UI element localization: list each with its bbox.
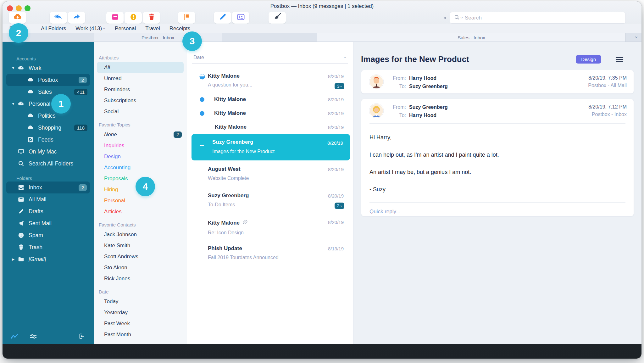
date-past-month[interactable]: Past Month [94, 329, 187, 340]
filter-unread[interactable]: Unread [94, 73, 187, 84]
message-body: Hi Harry, I can help out, as I'm an arti… [361, 134, 634, 193]
compose-button[interactable] [214, 12, 231, 24]
message-row[interactable]: Kitty Malone 8/20/19 [187, 120, 353, 134]
hamburger-menu-icon[interactable] [616, 57, 623, 62]
reply-arrow-icon: ← [198, 141, 205, 148]
sidebar-item-politics[interactable]: Politics [3, 110, 94, 122]
delete-button[interactable] [143, 12, 160, 24]
date-today[interactable]: Today [94, 296, 187, 307]
tag-button[interactable] [178, 12, 195, 24]
disclosure-triangle-icon[interactable]: ▶ [9, 257, 17, 261]
collapse-sidebar-icon[interactable] [79, 333, 86, 341]
topic-none[interactable]: None2 [94, 129, 187, 140]
date-past-week[interactable]: Past Week [94, 318, 187, 329]
sidebar-item-feeds[interactable]: Feeds [3, 134, 94, 146]
contacts-button[interactable] [232, 12, 249, 24]
sidebar-item-search-all-folders[interactable]: Search All Folders [3, 158, 94, 170]
message-row[interactable]: Kitty Malone A question for you... 8/20/… [187, 70, 353, 92]
topic-inquiries[interactable]: Inquiries [94, 140, 187, 151]
sidebar-item-sales[interactable]: Sales 411 [3, 86, 94, 98]
tab-postbox-inbox[interactable]: Postbox - Inbox [94, 33, 222, 42]
spam-button[interactable] [125, 12, 142, 24]
disclosure-triangle-icon[interactable]: ▼ [9, 66, 17, 70]
folder-tab-all-folders[interactable]: All Folders [41, 25, 66, 32]
message-row[interactable]: August West Website Complete 8/20/19 [187, 160, 353, 187]
activity-icon[interactable] [11, 333, 18, 341]
message-date: 8/20/19 [328, 111, 344, 116]
quick-reply-field[interactable]: Quick reply... [361, 203, 634, 215]
topic-personal[interactable]: Personal [94, 195, 187, 206]
cleanup-button[interactable] [269, 12, 286, 24]
message-row[interactable]: Kitty Malone 8/20/19 [187, 92, 353, 106]
sidebar-item-spam[interactable]: Spam [3, 229, 94, 241]
sidebar-item-gmail[interactable]: ▶ [Gmail] [3, 253, 94, 265]
tab-overflow-chevron-icon[interactable]: › [634, 36, 639, 38]
search-status-dot [444, 17, 446, 19]
contact-sto-akron[interactable]: Sto Akron [94, 262, 187, 273]
sidebar-item-personal[interactable]: ▼ Personal [3, 98, 94, 110]
search-input[interactable] [464, 14, 622, 21]
topic-design[interactable]: Design [94, 151, 187, 162]
annotation-4: 4 [136, 177, 155, 196]
sidebar-item-postbox[interactable]: Postbox 2 [6, 74, 90, 86]
message-list: Date › Kitty Malone A question for you..… [187, 42, 353, 344]
cloud-icon [26, 124, 35, 131]
sidebar-item-inbox[interactable]: Inbox 2 [6, 182, 90, 193]
topic-accounting[interactable]: Accounting [94, 162, 187, 173]
sort-header[interactable]: Date › [187, 53, 353, 62]
filter-all[interactable]: All [97, 62, 184, 73]
recipient-name[interactable]: Harry Hood [409, 112, 436, 119]
search-scope-chevron-icon[interactable]: › [460, 17, 464, 19]
chevron-right-icon: › [341, 204, 342, 208]
thread-count-badge[interactable]: 2› [335, 203, 344, 209]
contact-rick-jones[interactable]: Rick Jones [94, 273, 187, 284]
search-icon [454, 14, 460, 22]
disclosure-triangle-icon[interactable]: ▼ [9, 102, 17, 106]
folder-tab-bar: All Folders Work (413)› Personal Travel … [3, 24, 641, 33]
sender-name[interactable]: Harry Hood [409, 75, 436, 81]
search-field[interactable]: › [450, 12, 626, 24]
contact-jack-johnson[interactable]: Jack Johnson [94, 229, 187, 240]
filter-subscriptions[interactable]: Subscriptions [94, 95, 187, 106]
contact-kate-smith[interactable]: Kate Smith [94, 240, 187, 251]
message-row[interactable]: Kitty Malone 8/20/19 [187, 106, 353, 120]
message-row[interactable]: Kitty Malone Re: Icon Design 8/20/19 [187, 213, 353, 240]
sidebar-item-on-my-mac[interactable]: On My Mac [3, 146, 94, 158]
folder-tab-travel[interactable]: Travel [145, 25, 160, 32]
archive-button[interactable] [106, 12, 124, 24]
get-mail-button[interactable] [9, 12, 26, 24]
archive-icon [111, 13, 119, 22]
date-yesterday[interactable]: Yesterday [94, 307, 187, 318]
topic-articles[interactable]: Articles [94, 206, 187, 217]
filter-social[interactable]: Social [94, 106, 187, 117]
sidebar-item-all-mail[interactable]: All Mail [3, 193, 94, 205]
sidebar-item-sent-mail[interactable]: Sent Mail [3, 217, 94, 229]
archive-icon [17, 196, 25, 203]
reply-all-button[interactable] [50, 12, 67, 24]
pane-tab-strip: Postbox - Inbox Sales - Inbox › [3, 33, 641, 42]
sender-name[interactable]: Suzy Greenberg [409, 104, 448, 110]
message-row-selected[interactable]: ← Suzy Greenberg Images for the New Prod… [192, 134, 350, 160]
contact-scott-andrews[interactable]: Scott Andrews [94, 251, 187, 262]
filter-sliders-icon[interactable] [30, 333, 37, 341]
sidebar-item-drafts[interactable]: Drafts [3, 205, 94, 217]
pencil-icon [219, 13, 227, 22]
sidebar-item-trash[interactable]: Trash [3, 241, 94, 253]
message-row[interactable]: Suzy Greenberg To-Do Items 8/20/19 2› [187, 187, 353, 213]
recipient-name[interactable]: Suzy Greenberg [409, 83, 448, 90]
folder-tab-work[interactable]: Work (413)› [75, 25, 105, 32]
forward-button[interactable] [68, 12, 85, 24]
avatar [369, 74, 384, 89]
favorite-contacts-header: Favorite Contacts [94, 221, 187, 228]
design-tag-badge[interactable]: Design [576, 55, 601, 64]
pencil-icon [17, 208, 25, 215]
folder-tab-receipts[interactable]: Receipts [169, 25, 190, 32]
message-row[interactable]: Phish Update Fall 2019 Tourdates Announc… [187, 240, 353, 266]
tab-sales-inbox[interactable]: Sales - Inbox [317, 33, 626, 42]
filter-reminders[interactable]: Reminders [94, 84, 187, 95]
thread-count-badge[interactable]: 3› [335, 83, 344, 89]
sidebar-item-work[interactable]: ▼ Work [3, 62, 94, 74]
folder-tab-personal[interactable]: Personal [115, 25, 136, 32]
message-card-collapsed[interactable]: From:Harry Hood To:Suzy Greenberg 8/20/1… [361, 70, 634, 94]
sidebar-item-shopping[interactable]: Shopping 118 [3, 122, 94, 134]
